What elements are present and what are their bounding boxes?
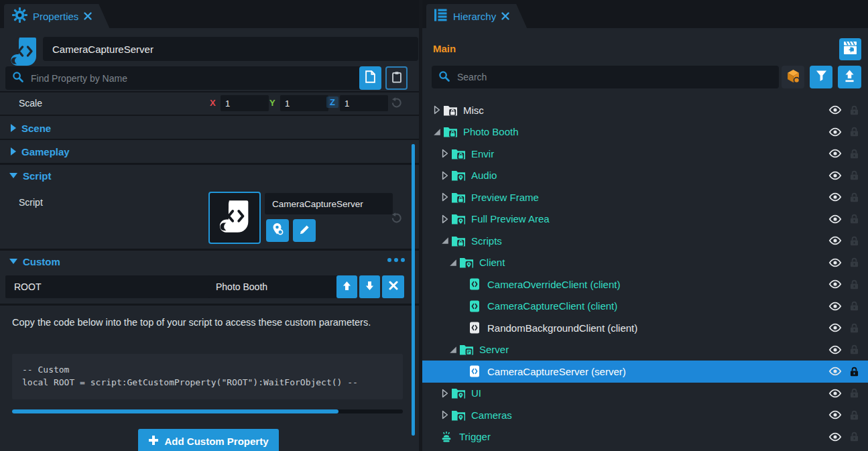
section-scene[interactable]: Scene bbox=[0, 118, 419, 138]
custom-property-name-field[interactable]: ROOT bbox=[5, 275, 211, 298]
tree-row[interactable]: Client bbox=[422, 252, 868, 274]
tree-row[interactable]: Cameras bbox=[422, 404, 868, 426]
filter-button[interactable] bbox=[810, 66, 832, 88]
visibility-eye-icon[interactable] bbox=[828, 192, 842, 202]
assets-filter-button[interactable] bbox=[782, 66, 804, 88]
expander-icon[interactable] bbox=[448, 346, 458, 354]
code-snippet[interactable]: -- Custom local ROOT = script:GetCustomP… bbox=[12, 354, 403, 399]
lock-icon[interactable] bbox=[850, 344, 859, 355]
visibility-eye-icon[interactable] bbox=[828, 236, 842, 245]
expander-icon[interactable] bbox=[440, 214, 450, 224]
visibility-eye-icon[interactable] bbox=[828, 279, 842, 289]
script-asset-name-field[interactable]: CameraCaptureServer bbox=[265, 193, 393, 214]
tree-row[interactable]: Trigger bbox=[422, 426, 868, 448]
delete-property-button[interactable] bbox=[382, 275, 404, 298]
lock-icon[interactable] bbox=[850, 410, 859, 420]
close-icon[interactable] bbox=[501, 12, 509, 20]
tree-row[interactable]: CameraOverrideClient (client) bbox=[422, 273, 868, 296]
visibility-eye-icon[interactable] bbox=[828, 389, 842, 398]
expander-icon[interactable] bbox=[440, 237, 450, 245]
reset-script-icon[interactable] bbox=[391, 212, 402, 224]
section-script[interactable]: Script bbox=[0, 166, 419, 186]
hierarchy-search-input[interactable] bbox=[456, 71, 772, 83]
tree-row[interactable]: Audio bbox=[422, 165, 868, 187]
visibility-eye-icon[interactable] bbox=[828, 410, 842, 420]
visibility-eye-icon[interactable] bbox=[828, 214, 842, 224]
tab-hierarchy[interactable]: Hierarchy bbox=[426, 4, 527, 28]
tree-row[interactable]: Misc bbox=[422, 99, 868, 121]
code-horizontal-scrollbar[interactable] bbox=[12, 409, 403, 413]
tree-row[interactable]: Preview Frame bbox=[422, 186, 868, 208]
property-search-input[interactable] bbox=[29, 72, 363, 84]
lock-icon[interactable] bbox=[850, 388, 859, 398]
custom-menu-ellipsis-icon[interactable] bbox=[387, 258, 405, 262]
visibility-eye-icon[interactable] bbox=[828, 345, 842, 355]
lock-icon[interactable] bbox=[850, 214, 859, 224]
tree-row[interactable]: Scripts bbox=[422, 230, 868, 252]
tree-row[interactable]: CameraCaptureServer (server) bbox=[422, 361, 868, 383]
section-custom[interactable]: Custom bbox=[0, 253, 419, 270]
lock-icon[interactable] bbox=[850, 432, 859, 442]
custom-property-value-field[interactable]: Photo Booth bbox=[208, 275, 341, 298]
add-custom-property-button[interactable]: Add Custom Property bbox=[138, 429, 279, 451]
lock-icon[interactable] bbox=[850, 367, 859, 377]
reset-scale-icon[interactable] bbox=[391, 97, 402, 109]
lock-icon[interactable] bbox=[850, 257, 859, 267]
script-asset-slot[interactable] bbox=[208, 192, 261, 244]
tree-row[interactable]: Envir bbox=[422, 143, 868, 165]
export-button[interactable] bbox=[838, 66, 861, 88]
scale-z-input[interactable]: 1 bbox=[340, 95, 388, 111]
expander-icon[interactable] bbox=[440, 192, 450, 202]
expander-icon[interactable] bbox=[432, 105, 442, 115]
visibility-eye-icon[interactable] bbox=[828, 127, 842, 137]
expander-icon[interactable] bbox=[432, 128, 442, 136]
lock-icon[interactable] bbox=[850, 236, 859, 246]
object-name-field[interactable]: CameraCaptureServer bbox=[43, 37, 418, 61]
scene-settings-button[interactable] bbox=[839, 38, 861, 60]
scale-label: Scale bbox=[19, 98, 42, 109]
section-custom-label: Custom bbox=[23, 256, 60, 267]
visibility-eye-icon[interactable] bbox=[828, 149, 842, 158]
move-property-down-button[interactable] bbox=[359, 275, 380, 298]
scale-y-input[interactable]: 1 bbox=[280, 95, 328, 111]
lock-icon[interactable] bbox=[850, 323, 859, 333]
close-icon[interactable] bbox=[84, 12, 92, 20]
visibility-eye-icon[interactable] bbox=[828, 367, 842, 376]
find-script-button[interactable] bbox=[266, 219, 289, 242]
scale-x-input[interactable]: 1 bbox=[221, 95, 269, 111]
properties-vertical-scrollbar[interactable] bbox=[412, 144, 415, 436]
lock-icon[interactable] bbox=[850, 301, 859, 311]
lock-icon[interactable] bbox=[850, 192, 859, 202]
tree-row[interactable]: Photo Booth bbox=[422, 121, 868, 143]
expander-icon[interactable] bbox=[448, 259, 458, 267]
edit-script-button[interactable] bbox=[293, 219, 316, 242]
lock-icon[interactable] bbox=[850, 149, 859, 159]
visibility-eye-icon[interactable] bbox=[828, 171, 842, 180]
visibility-eye-icon[interactable] bbox=[828, 323, 842, 332]
copy-properties-button[interactable] bbox=[359, 66, 381, 90]
expander-icon[interactable] bbox=[440, 171, 450, 180]
lock-icon[interactable] bbox=[850, 279, 859, 289]
visibility-eye-icon[interactable] bbox=[828, 432, 842, 442]
paste-properties-button[interactable] bbox=[385, 66, 408, 90]
expander-icon[interactable] bbox=[440, 149, 450, 158]
expander-icon[interactable] bbox=[440, 410, 450, 420]
move-property-up-button[interactable] bbox=[336, 275, 357, 298]
lock-icon[interactable] bbox=[850, 105, 859, 115]
visibility-eye-icon[interactable] bbox=[828, 302, 842, 311]
tree-node-label: Audio bbox=[471, 170, 497, 181]
lock-icon[interactable] bbox=[850, 127, 859, 137]
custom-params-hint: Copy the code below into the top of your… bbox=[12, 316, 392, 329]
tree-row[interactable]: CameraCaptureClient (client) bbox=[422, 296, 868, 318]
visibility-eye-icon[interactable] bbox=[828, 105, 842, 115]
search-icon bbox=[12, 71, 23, 85]
lock-icon[interactable] bbox=[850, 170, 859, 180]
visibility-eye-icon[interactable] bbox=[828, 258, 842, 267]
tree-row[interactable]: Server bbox=[422, 339, 868, 361]
tab-properties[interactable]: Properties bbox=[4, 4, 109, 28]
tree-row[interactable]: RandomBackgroundClient (client) bbox=[422, 317, 868, 339]
expander-icon[interactable] bbox=[440, 389, 450, 398]
section-gameplay[interactable]: Gameplay bbox=[0, 141, 419, 162]
tree-row[interactable]: UI bbox=[422, 383, 868, 405]
tree-row[interactable]: Full Preview Area bbox=[422, 208, 868, 231]
